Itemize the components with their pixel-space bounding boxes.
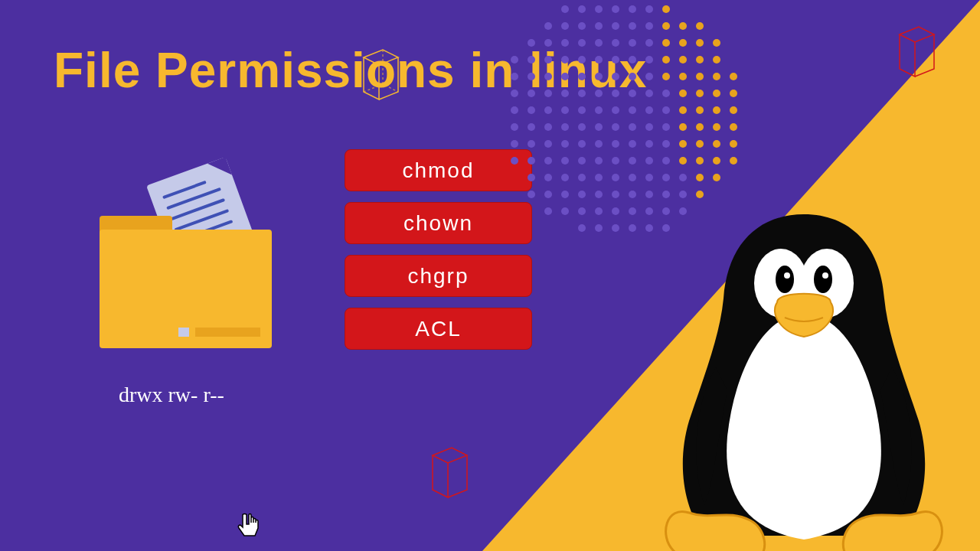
svg-point-89 [696,106,704,114]
svg-point-92 [511,123,518,131]
svg-point-118 [713,140,720,148]
svg-point-84 [612,106,619,114]
command-label: chmod [402,158,474,183]
svg-point-127 [629,157,636,165]
svg-point-27 [561,39,569,47]
svg-point-104 [713,123,720,131]
svg-point-54 [578,73,586,80]
svg-point-4 [776,266,794,293]
svg-point-110 [578,140,586,148]
svg-point-16 [561,22,569,30]
svg-point-97 [595,123,603,131]
svg-point-29 [595,39,603,47]
svg-point-26 [544,39,552,47]
svg-point-36 [713,39,720,47]
cube-decoration-icon [360,38,402,103]
svg-point-102 [679,123,687,131]
svg-point-152 [629,191,636,198]
svg-point-90 [713,106,720,114]
svg-point-70 [612,90,619,97]
svg-point-73 [662,90,670,97]
svg-point-32 [645,39,653,47]
svg-point-141 [645,174,653,181]
svg-point-15 [544,22,552,30]
cursor-hand-icon [234,509,264,540]
svg-point-122 [544,157,552,165]
svg-point-68 [578,90,586,97]
svg-point-6 [784,272,790,279]
svg-point-69 [595,90,603,97]
svg-point-17 [578,22,586,30]
svg-point-155 [679,191,687,198]
svg-point-43 [612,56,619,64]
svg-point-135 [544,174,552,181]
svg-point-71 [629,90,636,97]
svg-point-129 [662,157,670,165]
svg-point-58 [645,73,653,80]
svg-point-103 [696,123,704,131]
svg-point-154 [662,191,670,198]
cube-decoration-icon [429,436,471,501]
svg-point-66 [544,90,552,97]
svg-point-133 [730,157,737,165]
svg-point-96 [578,123,586,131]
svg-point-121 [528,157,535,165]
svg-point-42 [595,56,603,64]
svg-point-145 [713,174,720,181]
svg-point-137 [578,174,586,181]
svg-point-39 [544,56,552,64]
svg-point-147 [544,191,552,198]
svg-point-144 [696,174,704,181]
svg-point-108 [544,140,552,148]
svg-point-74 [679,90,687,97]
svg-point-85 [629,106,636,114]
svg-point-91 [730,106,737,114]
command-label: chgrp [407,264,469,289]
svg-point-88 [679,106,687,114]
svg-point-35 [696,39,704,47]
svg-point-168 [612,224,619,232]
svg-point-100 [645,123,653,131]
svg-point-40 [561,56,569,64]
svg-point-120 [511,157,518,165]
svg-point-106 [511,140,518,148]
svg-point-161 [612,207,619,215]
svg-point-142 [662,174,670,181]
svg-point-112 [612,140,619,148]
svg-point-62 [713,73,720,80]
svg-point-18 [595,22,603,30]
svg-point-136 [561,174,569,181]
svg-point-80 [544,106,552,114]
svg-point-13 [645,5,653,13]
svg-point-116 [679,140,687,148]
svg-point-83 [595,106,603,114]
svg-point-31 [629,39,636,47]
svg-point-34 [679,39,687,47]
command-chgrp: chgrp [345,255,532,297]
svg-point-44 [629,56,636,64]
svg-point-113 [629,140,636,148]
svg-point-53 [561,73,569,80]
svg-point-139 [612,174,619,181]
svg-point-24 [696,22,704,30]
svg-point-46 [662,56,670,64]
command-acl: ACL [345,308,532,350]
svg-point-33 [662,39,670,47]
svg-point-37 [511,56,518,64]
svg-point-159 [578,207,586,215]
svg-point-138 [595,174,603,181]
svg-point-98 [612,123,619,131]
svg-point-134 [528,174,535,181]
svg-point-67 [561,90,569,97]
svg-point-82 [578,106,586,114]
svg-point-25 [528,39,535,47]
svg-point-75 [696,90,704,97]
svg-point-48 [696,56,704,64]
svg-point-151 [612,191,619,198]
svg-point-38 [528,56,535,64]
svg-point-51 [528,73,535,80]
dots-pattern-icon [490,0,750,260]
svg-point-5 [814,266,832,293]
svg-point-95 [561,123,569,131]
svg-point-64 [511,90,518,97]
